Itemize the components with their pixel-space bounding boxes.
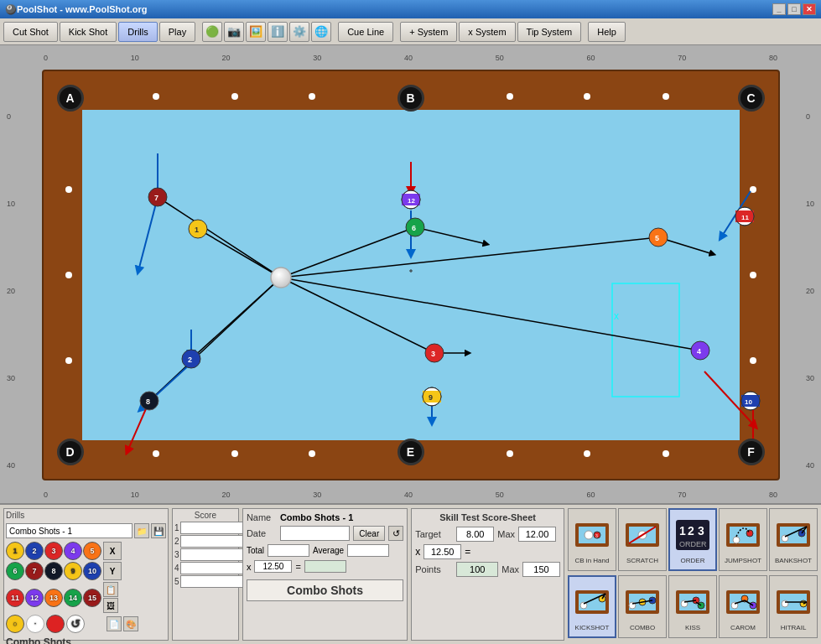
svg-text:2: 2 bbox=[688, 524, 694, 538]
bottom-panel: Drills 📁 💾 1 2 3 4 5 X 6 bbox=[0, 503, 821, 644]
svg-text:8: 8 bbox=[146, 397, 150, 406]
ball-grid-1: 1 2 3 4 5 bbox=[6, 542, 101, 560]
drill-folder-button[interactable]: 📁 bbox=[134, 523, 149, 538]
x-system-button[interactable]: x System bbox=[459, 22, 515, 42]
kick-shot-button[interactable]: Kick Shot bbox=[60, 22, 117, 42]
order-icon[interactable]: 1 2 3 ORDER ORDER bbox=[668, 508, 717, 571]
svg-point-138 bbox=[782, 600, 788, 607]
plus-system-button[interactable]: + System bbox=[400, 22, 457, 42]
table-svg: x bbox=[42, 70, 780, 480]
bankshot-icon[interactable]: BANKSHOT bbox=[769, 508, 818, 571]
result-input[interactable] bbox=[304, 560, 346, 573]
clear-button[interactable]: Clear bbox=[353, 526, 385, 541]
ball-4[interactable]: 4 bbox=[64, 542, 82, 560]
red-ball-btn[interactable] bbox=[46, 615, 65, 633]
total-row: Total Average bbox=[247, 544, 403, 557]
svg-point-13 bbox=[231, 450, 238, 457]
cb-in-hand-icon[interactable]: 3 CB in Hand bbox=[568, 508, 616, 571]
extra-icons: 📋 🖼 bbox=[103, 582, 118, 613]
combo-shots-label: Combo Shots bbox=[6, 636, 166, 644]
jumpshot-icon[interactable]: JUMPSHOT bbox=[719, 508, 767, 571]
points-input[interactable] bbox=[456, 562, 498, 577]
x-button[interactable]: X bbox=[103, 542, 122, 560]
ball-5[interactable]: 5 bbox=[83, 542, 101, 560]
ball-10-stripe[interactable]: 10 bbox=[83, 562, 101, 580]
skill-x-label: x bbox=[415, 546, 420, 558]
info-icon-button[interactable]: ℹ️ bbox=[268, 22, 288, 42]
scratch-icon[interactable]: SCRATCH bbox=[618, 508, 667, 571]
target-input[interactable] bbox=[456, 527, 494, 542]
ball-15-stripe[interactable]: 15 bbox=[83, 589, 101, 607]
date-label: Date bbox=[247, 528, 277, 538]
drill-icon1[interactable]: 📋 bbox=[103, 582, 118, 597]
skill-x-row: x = bbox=[415, 544, 560, 559]
ball-3[interactable]: 3 bbox=[44, 542, 63, 560]
max-label: Max bbox=[497, 529, 515, 539]
drill-name-input[interactable] bbox=[6, 523, 133, 538]
score-row-3: 3 bbox=[174, 548, 236, 561]
ruler-left: 010203040 bbox=[7, 112, 15, 470]
refresh-button[interactable]: ↺ bbox=[388, 526, 403, 541]
play-button[interactable]: Play bbox=[159, 22, 195, 42]
photo-icon-button[interactable]: 🖼️ bbox=[246, 22, 266, 42]
date-input[interactable] bbox=[280, 526, 350, 541]
skill-x-input[interactable] bbox=[423, 544, 461, 559]
max-input[interactable] bbox=[518, 527, 556, 542]
ball-11-stripe[interactable]: 11 bbox=[6, 589, 24, 607]
multiplier-input[interactable] bbox=[254, 560, 292, 573]
ball-14-stripe[interactable]: 14 bbox=[64, 589, 82, 607]
ball-13-stripe[interactable]: 13 bbox=[44, 589, 63, 607]
combo-icon[interactable]: COMBO bbox=[618, 575, 667, 638]
cut-shot-button[interactable]: Cut Shot bbox=[3, 22, 58, 42]
tip-system-button[interactable]: Tip System bbox=[517, 22, 582, 42]
svg-point-6 bbox=[231, 93, 238, 100]
svg-point-24 bbox=[750, 357, 756, 364]
drills-button[interactable]: Drills bbox=[118, 22, 157, 42]
ball-6[interactable]: 6 bbox=[6, 562, 24, 580]
score-row-2: 2 bbox=[174, 535, 236, 548]
network-icon-button[interactable]: 🌐 bbox=[311, 22, 331, 42]
help-button[interactable]: Help bbox=[588, 22, 626, 42]
maximize-button[interactable]: □ bbox=[787, 3, 801, 15]
total-input[interactable] bbox=[268, 544, 309, 557]
pool-table[interactable]: A B C D E F bbox=[42, 70, 780, 480]
minimize-button[interactable]: _ bbox=[772, 3, 786, 15]
svg-point-21 bbox=[65, 357, 72, 364]
skill-points-row: Points Max bbox=[415, 562, 560, 577]
drill-icon4[interactable]: 🎨 bbox=[123, 616, 138, 631]
average-input[interactable] bbox=[347, 544, 389, 557]
cue-line-button[interactable]: Cue Line bbox=[338, 22, 393, 42]
power-icon-button[interactable]: 🟢 bbox=[202, 22, 222, 42]
drill-icon2[interactable]: 🖼 bbox=[103, 598, 118, 613]
drills-section: Drills 📁 💾 1 2 3 4 5 X 6 bbox=[3, 508, 169, 641]
order-label: ORDER bbox=[681, 557, 705, 564]
carom-icon[interactable]: CAROM bbox=[719, 575, 767, 638]
svg-text:ORDER: ORDER bbox=[679, 540, 707, 548]
ball-9-stripe[interactable]: 9 bbox=[64, 562, 82, 580]
svg-text:2: 2 bbox=[188, 356, 192, 364]
close-button[interactable]: ✕ bbox=[803, 3, 816, 15]
white-ball-btn[interactable]: · bbox=[26, 615, 44, 633]
hitrail-icon[interactable]: HITRAIL bbox=[769, 575, 818, 638]
svg-point-11 bbox=[663, 93, 669, 100]
ball-2[interactable]: 2 bbox=[25, 542, 44, 560]
ball-7[interactable]: 7 bbox=[25, 562, 44, 580]
svg-point-5 bbox=[153, 93, 159, 100]
cue-ball-btn[interactable]: ○ bbox=[6, 615, 24, 633]
drill-icon3[interactable]: 📄 bbox=[107, 616, 122, 631]
ball-1[interactable]: 1 bbox=[6, 542, 24, 560]
kiss-icon[interactable]: KISS bbox=[668, 575, 717, 638]
ball-12-stripe[interactable]: 12 bbox=[25, 589, 44, 607]
rotate-btn[interactable]: ↺ bbox=[66, 615, 85, 633]
ball-row-1: 1 2 3 4 5 X bbox=[6, 542, 166, 560]
kickshot-icon[interactable]: KICKSHOT bbox=[568, 575, 616, 638]
settings-icon-button[interactable]: ⚙️ bbox=[289, 22, 309, 42]
drill-save-button[interactable]: 💾 bbox=[151, 523, 166, 538]
skill-eq-label: = bbox=[465, 546, 470, 558]
ball-8[interactable]: 8 bbox=[44, 562, 63, 580]
points-max-input[interactable] bbox=[522, 562, 560, 577]
camera-icon-button[interactable]: 📷 bbox=[224, 22, 244, 42]
y-button[interactable]: Y bbox=[103, 562, 122, 580]
scratch-label: SCRATCH bbox=[626, 557, 658, 564]
drills-title: Drills bbox=[6, 511, 166, 520]
